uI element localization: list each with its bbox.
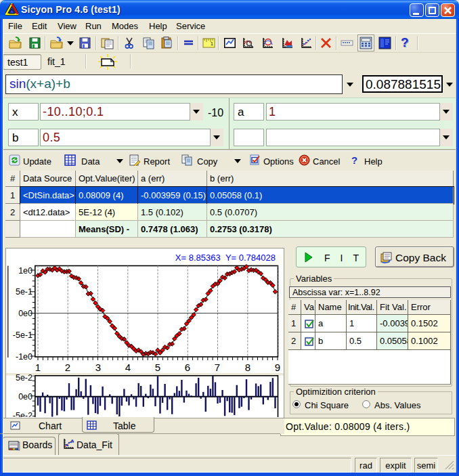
svg-text:7: 7 xyxy=(215,362,220,373)
svg-text:1: 1 xyxy=(211,41,213,46)
svg-text:4: 4 xyxy=(125,362,131,373)
svg-text:1: 1 xyxy=(35,362,41,373)
svg-text:9: 9 xyxy=(275,362,280,373)
svg-text:-5e-1: -5e-1 xyxy=(13,330,32,340)
svg-text:2: 2 xyxy=(65,362,70,373)
svg-text:0e0: 0e0 xyxy=(18,309,32,318)
svg-text:1e0: 1e0 xyxy=(18,266,32,276)
svg-text:3: 3 xyxy=(95,362,101,373)
svg-text:-1e0: -1e0 xyxy=(16,352,32,362)
svg-text:-5e-2: -5e-2 xyxy=(13,411,32,417)
svg-text:8: 8 xyxy=(245,362,250,373)
svg-text:X= 8.85363 Y= 0.784028: X= 8.85363 Y= 0.784028 xyxy=(175,253,276,263)
svg-text:5e-1: 5e-1 xyxy=(16,287,32,297)
svg-text:5e-2: 5e-2 xyxy=(16,373,32,383)
svg-text:0e0: 0e0 xyxy=(18,392,32,402)
svg-text:5: 5 xyxy=(155,362,160,373)
svg-text:6: 6 xyxy=(185,362,190,373)
